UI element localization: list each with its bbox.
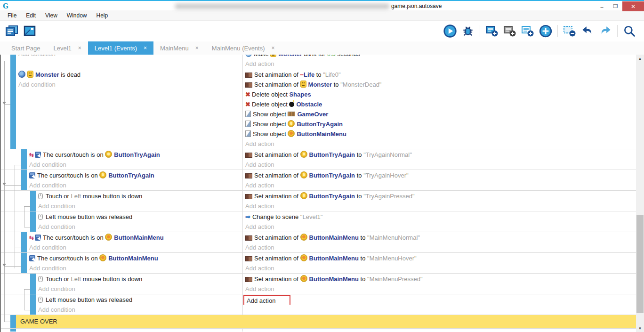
menu-view[interactable]: View — [40, 10, 62, 21]
conditions-cell[interactable]: The cursor/touch is on ButtonTryAgainAdd… — [27, 170, 242, 190]
add-action-button[interactable]: Add action — [245, 265, 274, 272]
action-line[interactable]: Set animation of ButtonMainMenu to "Main… — [243, 253, 636, 263]
comment-row[interactable]: GAME OVER — [1, 315, 636, 329]
actions-cell[interactable]: Set animation of •••Life to "Life0"Set a… — [242, 69, 636, 149]
action-line[interactable]: Set animation of ButtonMainMenu to "Main… — [243, 274, 636, 284]
tab-close-icon[interactable]: × — [144, 45, 147, 51]
tab-level1-events-[interactable]: Level1 (Events)× — [88, 41, 153, 55]
editor-window-button[interactable] — [22, 24, 38, 39]
event-selection-bar[interactable] — [21, 149, 27, 170]
condition-line[interactable]: The cursor/touch is on ButtonTryAgain — [27, 170, 242, 180]
add-action-button[interactable]: Add action — [245, 182, 274, 189]
conditions-cell[interactable]: Add condition — [16, 55, 242, 69]
add-condition-button[interactable]: Add condition — [29, 244, 66, 251]
action-line[interactable]: Set animation of ButtonMainMenu to "Main… — [243, 233, 636, 243]
projects-list-button[interactable] — [4, 24, 20, 39]
action-line[interactable]: Make Monster blink for 0.5 seconds — [243, 55, 636, 59]
actions-cell[interactable]: Set animation of ButtonMainMenu to "Main… — [242, 253, 636, 273]
add-action-button[interactable]: Add action — [245, 285, 274, 292]
actions-cell[interactable]: Make Monster blink for 0.5 secondsAdd ac… — [242, 55, 636, 69]
conditions-cell[interactable]: Left mouse button was releasedAdd condit… — [36, 294, 242, 315]
action-line[interactable]: ✖Delete object Obstacle — [243, 99, 636, 109]
add-action-button[interactable]: Add action — [245, 202, 274, 210]
condition-line[interactable]: Left mouse button was released — [36, 295, 242, 305]
action-line[interactable]: Show object GameOver — [243, 109, 636, 119]
scroll-up-arrow-icon[interactable]: ▲ — [636, 55, 644, 62]
run-preview-button[interactable] — [442, 24, 458, 39]
menu-edit[interactable]: Edit — [21, 10, 40, 21]
add-action-button[interactable]: Add action — [245, 60, 274, 67]
condition-line[interactable]: Touch or Left mouse button is down — [36, 274, 242, 284]
action-line[interactable]: ✖Delete object Shapes — [243, 89, 636, 99]
conditions-cell[interactable]: ⇆The cursor/touch is on ButtonTryAgainAd… — [27, 149, 242, 170]
tab-close-icon[interactable]: × — [272, 45, 275, 51]
add-new-button[interactable] — [538, 24, 554, 39]
actions-cell[interactable]: Set animation of ButtonTryAgain to "TryA… — [242, 170, 636, 190]
condition-line[interactable]: Monster is dead — [16, 70, 242, 80]
expand-arrow-icon[interactable] — [2, 183, 6, 186]
vertical-scrollbar[interactable]: ▲ ▼ — [636, 55, 644, 332]
conditions-cell[interactable]: Monster is deadAdd condition — [16, 69, 242, 149]
conditions-cell[interactable]: The cursor/touch is on ButtonMainMenuAdd… — [27, 253, 242, 273]
actions-cell[interactable]: Add action — [242, 294, 636, 315]
action-line[interactable]: Set animation of ButtonTryAgain to "TryA… — [243, 150, 636, 160]
expand-arrow-icon[interactable] — [2, 102, 6, 105]
add-action-button[interactable]: Add action — [245, 140, 274, 147]
search-button[interactable] — [621, 24, 637, 39]
add-condition-button[interactable]: Add condition — [18, 55, 56, 57]
add-condition-button[interactable]: Add condition — [29, 182, 66, 189]
menu-help[interactable]: Help — [92, 10, 113, 21]
tab-mainmenu-events-[interactable]: MainMenu (Events)× — [205, 41, 282, 55]
conditions-cell[interactable]: ⇆The cursor/touch is on ButtonMainMenuAd… — [27, 232, 242, 252]
condition-line[interactable]: ⇆The cursor/touch is on ButtonTryAgain — [27, 150, 242, 160]
event-selection-bar[interactable] — [21, 170, 27, 190]
action-line[interactable]: Set animation of ButtonTryAgain to "TryA… — [243, 170, 636, 180]
add-action-button[interactable]: Add action — [245, 223, 274, 230]
add-condition-button[interactable]: Add condition — [38, 285, 75, 292]
conditions-cell[interactable]: Left mouse button was releasedAdd condit… — [36, 211, 242, 232]
add-subevent-button[interactable] — [502, 24, 518, 39]
action-line[interactable]: ⇒Change to scene "Level1" — [243, 212, 636, 222]
action-line[interactable]: Show object ButtonTryAgain — [243, 119, 636, 129]
add-event-button[interactable] — [484, 24, 500, 39]
actions-cell[interactable]: ⇒Change to scene "Level1"Add action — [242, 211, 636, 232]
event-selection-bar[interactable] — [30, 191, 36, 211]
delete-event-button[interactable] — [562, 24, 578, 39]
actions-cell[interactable]: Set animation of ButtonMainMenu to "Main… — [242, 232, 636, 252]
tab-close-icon[interactable]: × — [195, 45, 199, 51]
close-button[interactable]: ✕ — [622, 1, 644, 11]
add-condition-button[interactable]: Add condition — [29, 161, 66, 168]
tab-level1[interactable]: Level1× — [47, 41, 88, 55]
restore-button[interactable]: ❐ — [609, 1, 622, 11]
add-condition-button[interactable]: Add condition — [29, 265, 66, 272]
action-line[interactable]: Set animation of Monster to "MonsterDead… — [243, 80, 636, 89]
debugger-button[interactable] — [460, 24, 476, 39]
add-action-button[interactable]: Add action — [245, 161, 274, 168]
tab-close-icon[interactable]: × — [78, 45, 81, 51]
condition-line[interactable]: Touch or Left mouse button is down — [36, 191, 242, 201]
conditions-cell[interactable]: Touch or Left mouse button is downAdd co… — [36, 274, 242, 294]
event-selection-bar[interactable] — [10, 69, 16, 149]
scroll-down-arrow-icon[interactable]: ▼ — [636, 325, 644, 332]
add-condition-button[interactable]: Add condition — [18, 81, 56, 88]
add-condition-button[interactable]: Add condition — [38, 202, 75, 210]
comment-text[interactable]: GAME OVER — [16, 315, 636, 328]
condition-line[interactable]: The cursor/touch is on ButtonMainMenu — [27, 253, 242, 263]
redo-button[interactable] — [597, 24, 613, 39]
event-selection-bar[interactable] — [10, 55, 16, 69]
event-selection-bar[interactable] — [10, 315, 16, 328]
minimize-button[interactable]: – — [595, 1, 609, 11]
action-line[interactable]: Set animation of •••Life to "Life0" — [243, 70, 636, 80]
add-action-button-highlighted[interactable]: Add action — [243, 295, 290, 305]
undo-button[interactable] — [580, 24, 596, 39]
expand-arrow-icon[interactable] — [2, 264, 6, 267]
scrollbar-thumb[interactable] — [636, 215, 644, 313]
add-comment-button[interactable] — [520, 24, 536, 39]
tab-start-page[interactable]: Start Page — [5, 41, 47, 55]
event-selection-bar[interactable] — [10, 329, 16, 332]
actions-cell[interactable]: Set animation of ButtonMainMenu to "Main… — [242, 274, 636, 294]
event-selection-bar[interactable] — [21, 253, 27, 273]
actions-cell[interactable]: Set animation of ButtonTryAgain to "TryA… — [242, 149, 636, 170]
add-condition-button[interactable]: Add condition — [38, 223, 75, 230]
event-selection-bar[interactable] — [30, 294, 36, 315]
